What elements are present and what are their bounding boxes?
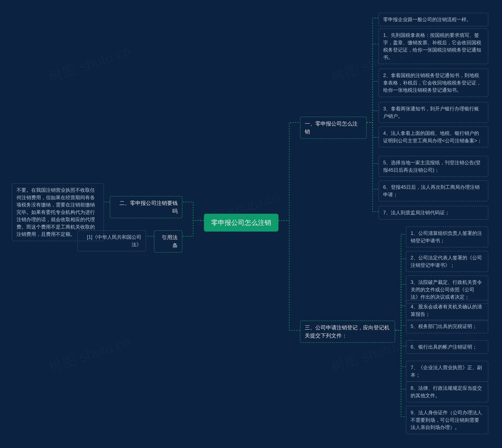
leaf-s1-7: 7、法人到质监局注销代码证； [378,206,488,220]
leaf-s3-6: 7、《企业法人营业执照》正、副本； [406,361,488,382]
watermark: 树图 shutu.cn [46,332,133,377]
leaf-s1-6: 6、登报45日后，法人再次到工商局办理注销申请； [378,180,488,201]
leaf-s3-3: 4、股东会或者有关机关确认的清算报告； [406,300,488,321]
leaf-s1-2: 2、拿着国税的注销税务登记通知书，到地税拿表格，补税后，它会收回地税税务登记证，… [378,69,488,97]
branch-section2: 二、零申报公司注销要钱吗 [110,196,182,218]
leaf-s1-4: 4、法人拿着上面的国税、地税、银行销户的证明到公司主管工商局办理<公司注销备案>… [378,127,488,147]
root-node: 零申报公司怎么注销 [204,214,278,232]
leaf-s3-0: 1、公司清算组织负责人签署的注销登记申请书； [406,226,488,247]
leaf-s3-7: 8、法律、行政法规规定应当提交的其他文件。 [406,381,488,402]
leaf-s1-0: 零申报企业跟一般公司的注销流程一样。 [378,13,488,27]
leaf-s3-4: 5、税务部门出具的完税证明； [406,320,488,333]
branch-citation: 引用法条 [154,230,182,253]
leaf-s3-1: 2、公司法定代表人签署的《公司注销登记申请书》； [406,251,488,272]
branch-section3: 三、公司申请注销登记，应向登记机关提交下列文件： [300,320,395,343]
leaf-s3-2: 3、法院破产裁定、行政机关责令关闭的文件或公司依照《公司法》作出的决议或者决定； [406,275,488,304]
leaf-citation-detail: [1]《中华人民共和国公司法》 [78,230,146,251]
leaf-s3-8: 9、法人身份证件（公司办理法人不需要到场，可公司注销则需要法人亲自到场办理）。 [406,406,488,434]
branch-section1: 一、零申报公司怎么注销 [300,117,367,139]
watermark: 树图 shutu.cn [46,42,133,86]
leaf-s1-5: 5、选择当地一家主流报纸，刊登注销公告(登报45日后再去注销公司)； [378,156,488,177]
leaf-s1-3: 3、拿着两张通知书，到开户银行办理银行账户销户。 [378,102,488,123]
leaf-s1-1: 1、先到国税拿表格：按国税的要求填写、签字，盖章、缴销发票、补税后，它会收回国税… [378,28,488,64]
leaf-s3-5: 6、银行出具的帐户注销证明； [406,340,488,354]
